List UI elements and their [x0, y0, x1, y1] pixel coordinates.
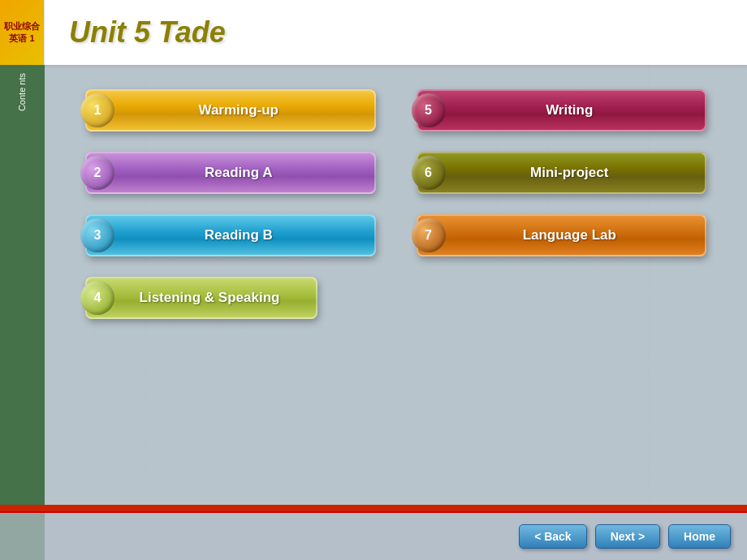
logo-line1: 职业综合: [4, 20, 40, 32]
next-button[interactable]: Next >: [595, 524, 660, 549]
menu-btn-7[interactable]: 7 Language Lab: [417, 214, 707, 256]
bottom-bar: < Back Next > Home: [0, 511, 747, 560]
btn-6-number: 6: [412, 156, 446, 190]
bottom-stripe: [0, 505, 747, 511]
home-button[interactable]: Home: [668, 524, 731, 549]
menu-grid: 1 Warming-up 5 Writing 2 Reading A 6 Min…: [45, 65, 747, 343]
btn-3-number: 3: [80, 218, 114, 252]
menu-btn-2[interactable]: 2 Reading A: [85, 152, 376, 194]
btn-4-number: 4: [80, 281, 114, 315]
page-title: Unit 5 Tade: [69, 15, 226, 50]
menu-btn-1[interactable]: 1 Warming-up: [85, 89, 376, 131]
btn-1-label: Warming-up: [87, 102, 374, 118]
menu-btn-6[interactable]: 6 Mini-project: [417, 152, 707, 194]
logo-line2: 英语 1: [9, 32, 34, 45]
btn-5-number: 5: [412, 93, 446, 127]
btn-2-number: 2: [80, 156, 114, 190]
btn-7-label: Language Lab: [418, 227, 706, 243]
top-bar: 职业综合 英语 1 Unit 5 Tade: [0, 0, 747, 65]
btn-4-label: Listening & Speaking: [87, 290, 316, 306]
btn-6-label: Mini-project: [418, 165, 706, 181]
btn-2-label: Reading A: [87, 165, 374, 181]
btn-5-label: Writing: [418, 102, 706, 118]
left-sidebar: Conte nts: [0, 65, 45, 560]
logo-box: 职业综合 英语 1: [0, 0, 45, 65]
menu-btn-5[interactable]: 5 Writing: [417, 89, 707, 131]
menu-btn-3[interactable]: 3 Reading B: [85, 214, 376, 256]
sidebar-label: Conte nts: [16, 73, 28, 111]
btn-1-number: 1: [80, 93, 114, 127]
menu-btn-4[interactable]: 4 Listening & Speaking: [85, 277, 317, 319]
btn-7-number: 7: [412, 218, 446, 252]
back-button[interactable]: < Back: [519, 524, 587, 549]
btn-3-label: Reading B: [87, 227, 374, 243]
